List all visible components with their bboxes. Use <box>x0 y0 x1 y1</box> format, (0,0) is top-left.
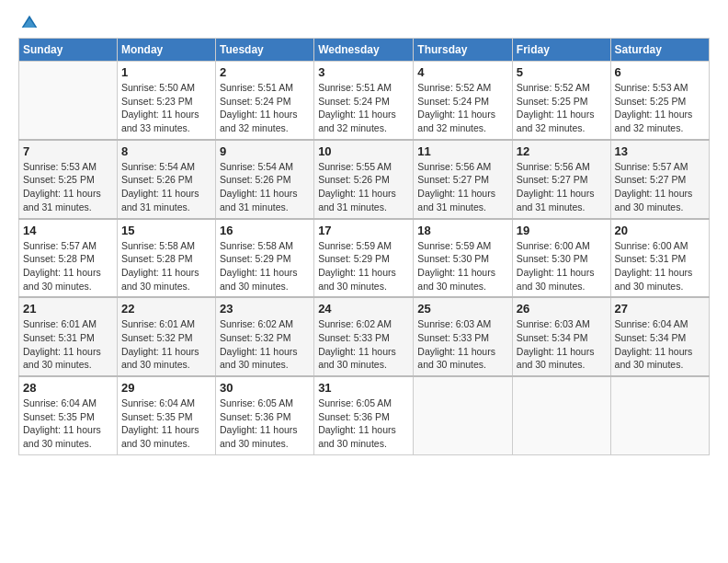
cell-sun-info: Sunrise: 5:59 AMSunset: 5:29 PMDaylight:… <box>318 239 409 293</box>
cell-day-number: 13 <box>615 144 705 158</box>
cell-sun-info: Sunrise: 6:01 AMSunset: 5:31 PMDaylight:… <box>23 317 113 372</box>
calendar-cell <box>610 376 709 454</box>
calendar-cell: 25Sunrise: 6:03 AMSunset: 5:33 PMDayligh… <box>414 297 513 376</box>
calendar-cell: 9Sunrise: 5:54 AMSunset: 5:26 PMDaylight… <box>215 140 313 219</box>
calendar-cell: 3Sunrise: 5:51 AMSunset: 5:24 PMDaylight… <box>314 62 414 140</box>
cell-sun-info: Sunrise: 6:03 AMSunset: 5:33 PMDaylight:… <box>417 317 508 372</box>
cell-day-number: 18 <box>417 224 508 237</box>
cell-sun-info: Sunrise: 6:05 AMSunset: 5:36 PMDaylight:… <box>318 396 409 451</box>
cell-sun-info: Sunrise: 5:54 AMSunset: 5:26 PMDaylight:… <box>220 160 310 214</box>
cell-day-number: 23 <box>220 302 310 316</box>
cell-sun-info: Sunrise: 5:53 AMSunset: 5:25 PMDaylight:… <box>615 81 705 135</box>
week-row-1: 1Sunrise: 5:50 AMSunset: 5:23 PMDaylight… <box>19 62 710 140</box>
cell-sun-info: Sunrise: 5:54 AMSunset: 5:26 PMDaylight:… <box>121 160 211 214</box>
calendar-cell: 7Sunrise: 5:53 AMSunset: 5:25 PMDaylight… <box>19 140 118 219</box>
cell-day-number: 1 <box>121 65 211 79</box>
calendar-cell: 10Sunrise: 5:55 AMSunset: 5:26 PMDayligh… <box>314 140 414 219</box>
calendar-cell: 6Sunrise: 5:53 AMSunset: 5:25 PMDaylight… <box>610 62 709 140</box>
cell-sun-info: Sunrise: 5:56 AMSunset: 5:27 PMDaylight:… <box>417 160 508 214</box>
cell-day-number: 19 <box>517 224 607 237</box>
cell-sun-info: Sunrise: 6:04 AMSunset: 5:35 PMDaylight:… <box>23 396 113 451</box>
week-row-5: 28Sunrise: 6:04 AMSunset: 5:35 PMDayligh… <box>19 376 710 454</box>
cell-sun-info: Sunrise: 6:01 AMSunset: 5:32 PMDaylight:… <box>121 317 211 372</box>
logo-icon <box>20 14 39 32</box>
calendar-cell: 11Sunrise: 5:56 AMSunset: 5:27 PMDayligh… <box>414 140 513 219</box>
calendar-cell: 14Sunrise: 5:57 AMSunset: 5:28 PMDayligh… <box>19 219 118 298</box>
calendar-cell: 18Sunrise: 5:59 AMSunset: 5:30 PMDayligh… <box>414 219 513 298</box>
calendar-cell: 24Sunrise: 6:02 AMSunset: 5:33 PMDayligh… <box>314 297 414 376</box>
cell-sun-info: Sunrise: 5:51 AMSunset: 5:24 PMDaylight:… <box>220 81 310 135</box>
cell-day-number: 15 <box>121 224 211 237</box>
calendar-table: SundayMondayTuesdayWednesdayThursdayFrid… <box>18 38 710 455</box>
cell-sun-info: Sunrise: 6:04 AMSunset: 5:34 PMDaylight:… <box>615 317 705 372</box>
header-monday: Monday <box>117 39 215 62</box>
week-row-3: 14Sunrise: 5:57 AMSunset: 5:28 PMDayligh… <box>19 219 710 298</box>
calendar-cell: 16Sunrise: 5:58 AMSunset: 5:29 PMDayligh… <box>215 219 313 298</box>
calendar-cell: 1Sunrise: 5:50 AMSunset: 5:23 PMDaylight… <box>117 62 215 140</box>
cell-day-number: 20 <box>615 224 705 237</box>
calendar-cell: 4Sunrise: 5:52 AMSunset: 5:24 PMDaylight… <box>414 62 513 140</box>
calendar-cell: 2Sunrise: 5:51 AMSunset: 5:24 PMDaylight… <box>215 62 313 140</box>
cell-sun-info: Sunrise: 6:05 AMSunset: 5:36 PMDaylight:… <box>220 396 310 451</box>
cell-sun-info: Sunrise: 6:02 AMSunset: 5:32 PMDaylight:… <box>220 317 310 372</box>
cell-day-number: 21 <box>23 302 113 316</box>
header-saturday: Saturday <box>610 39 709 62</box>
calendar-cell: 13Sunrise: 5:57 AMSunset: 5:27 PMDayligh… <box>610 140 709 219</box>
cell-sun-info: Sunrise: 5:53 AMSunset: 5:25 PMDaylight:… <box>23 160 113 214</box>
calendar-cell: 22Sunrise: 6:01 AMSunset: 5:32 PMDayligh… <box>117 297 215 376</box>
header-thursday: Thursday <box>414 39 513 62</box>
cell-day-number: 12 <box>517 144 607 158</box>
header-wednesday: Wednesday <box>314 39 414 62</box>
cell-sun-info: Sunrise: 6:04 AMSunset: 5:35 PMDaylight:… <box>121 396 211 451</box>
cell-day-number: 26 <box>517 302 607 316</box>
cell-day-number: 9 <box>220 144 310 158</box>
calendar-cell: 29Sunrise: 6:04 AMSunset: 5:35 PMDayligh… <box>117 376 215 454</box>
calendar-cell: 8Sunrise: 5:54 AMSunset: 5:26 PMDaylight… <box>117 140 215 219</box>
cell-sun-info: Sunrise: 5:56 AMSunset: 5:27 PMDaylight:… <box>517 160 607 214</box>
cell-day-number: 31 <box>318 381 409 395</box>
cell-day-number: 5 <box>517 65 607 79</box>
cell-sun-info: Sunrise: 5:58 AMSunset: 5:28 PMDaylight:… <box>121 239 211 293</box>
cell-day-number: 27 <box>615 302 705 316</box>
cell-day-number: 17 <box>318 224 409 237</box>
calendar-cell: 27Sunrise: 6:04 AMSunset: 5:34 PMDayligh… <box>610 297 709 376</box>
calendar-cell: 19Sunrise: 6:00 AMSunset: 5:30 PMDayligh… <box>512 219 610 298</box>
header <box>18 14 710 32</box>
cell-day-number: 28 <box>23 381 113 395</box>
cell-sun-info: Sunrise: 5:52 AMSunset: 5:25 PMDaylight:… <box>517 81 607 135</box>
cell-day-number: 8 <box>121 144 211 158</box>
cell-sun-info: Sunrise: 6:02 AMSunset: 5:33 PMDaylight:… <box>318 317 409 372</box>
cell-day-number: 24 <box>318 302 409 316</box>
calendar-cell: 31Sunrise: 6:05 AMSunset: 5:36 PMDayligh… <box>314 376 414 454</box>
cell-sun-info: Sunrise: 5:57 AMSunset: 5:27 PMDaylight:… <box>615 160 705 214</box>
cell-day-number: 25 <box>417 302 508 316</box>
page: SundayMondayTuesdayWednesdayThursdayFrid… <box>0 0 728 563</box>
calendar-cell <box>512 376 610 454</box>
calendar-cell: 17Sunrise: 5:59 AMSunset: 5:29 PMDayligh… <box>314 219 414 298</box>
cell-day-number: 16 <box>220 224 310 237</box>
header-tuesday: Tuesday <box>215 39 313 62</box>
week-row-4: 21Sunrise: 6:01 AMSunset: 5:31 PMDayligh… <box>19 297 710 376</box>
header-sunday: Sunday <box>19 39 118 62</box>
cell-day-number: 14 <box>23 224 113 237</box>
calendar-cell: 5Sunrise: 5:52 AMSunset: 5:25 PMDaylight… <box>512 62 610 140</box>
header-friday: Friday <box>512 39 610 62</box>
calendar-cell: 23Sunrise: 6:02 AMSunset: 5:32 PMDayligh… <box>215 297 313 376</box>
cell-day-number: 29 <box>121 381 211 395</box>
cell-sun-info: Sunrise: 6:00 AMSunset: 5:30 PMDaylight:… <box>517 239 607 293</box>
cell-day-number: 3 <box>318 65 409 79</box>
cell-sun-info: Sunrise: 5:55 AMSunset: 5:26 PMDaylight:… <box>318 160 409 214</box>
calendar-cell: 26Sunrise: 6:03 AMSunset: 5:34 PMDayligh… <box>512 297 610 376</box>
cell-sun-info: Sunrise: 6:00 AMSunset: 5:31 PMDaylight:… <box>615 239 705 293</box>
cell-sun-info: Sunrise: 5:57 AMSunset: 5:28 PMDaylight:… <box>23 239 113 293</box>
calendar-cell <box>414 376 513 454</box>
calendar-cell: 20Sunrise: 6:00 AMSunset: 5:31 PMDayligh… <box>610 219 709 298</box>
calendar-cell <box>19 62 118 140</box>
week-row-2: 7Sunrise: 5:53 AMSunset: 5:25 PMDaylight… <box>19 140 710 219</box>
cell-day-number: 10 <box>318 144 409 158</box>
calendar-cell: 30Sunrise: 6:05 AMSunset: 5:36 PMDayligh… <box>215 376 313 454</box>
cell-sun-info: Sunrise: 5:58 AMSunset: 5:29 PMDaylight:… <box>220 239 310 293</box>
cell-day-number: 30 <box>220 381 310 395</box>
calendar-cell: 12Sunrise: 5:56 AMSunset: 5:27 PMDayligh… <box>512 140 610 219</box>
cell-sun-info: Sunrise: 5:50 AMSunset: 5:23 PMDaylight:… <box>121 81 211 135</box>
